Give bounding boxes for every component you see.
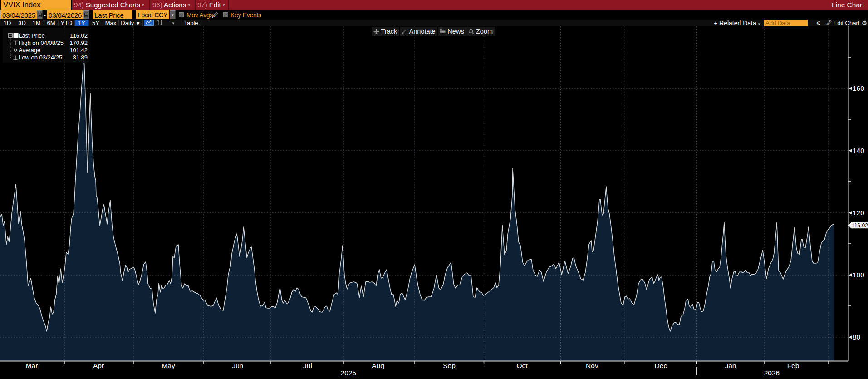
svg-text:Aug: Aug: [372, 362, 384, 369]
svg-text:Sep: Sep: [443, 362, 456, 369]
svg-text:Jun: Jun: [232, 362, 244, 369]
svg-text:100: 100: [853, 271, 864, 279]
svg-text:Mar: Mar: [26, 362, 38, 369]
svg-text:Dec: Dec: [655, 362, 667, 369]
svg-text:May: May: [162, 362, 175, 369]
svg-text:Apr: Apr: [93, 362, 104, 369]
svg-text:Jan: Jan: [725, 362, 736, 369]
svg-text:120: 120: [853, 209, 864, 217]
svg-text:116.02: 116.02: [852, 222, 868, 229]
svg-text:Feb: Feb: [787, 362, 799, 369]
svg-text:2025: 2025: [341, 369, 356, 377]
svg-text:Jul: Jul: [303, 362, 312, 369]
svg-text:Nov: Nov: [586, 362, 598, 369]
svg-text:2026: 2026: [764, 369, 780, 377]
svg-text:Oct: Oct: [517, 362, 528, 369]
svg-text:160: 160: [853, 84, 864, 92]
svg-text:80: 80: [853, 333, 861, 341]
svg-text:140: 140: [853, 147, 864, 154]
